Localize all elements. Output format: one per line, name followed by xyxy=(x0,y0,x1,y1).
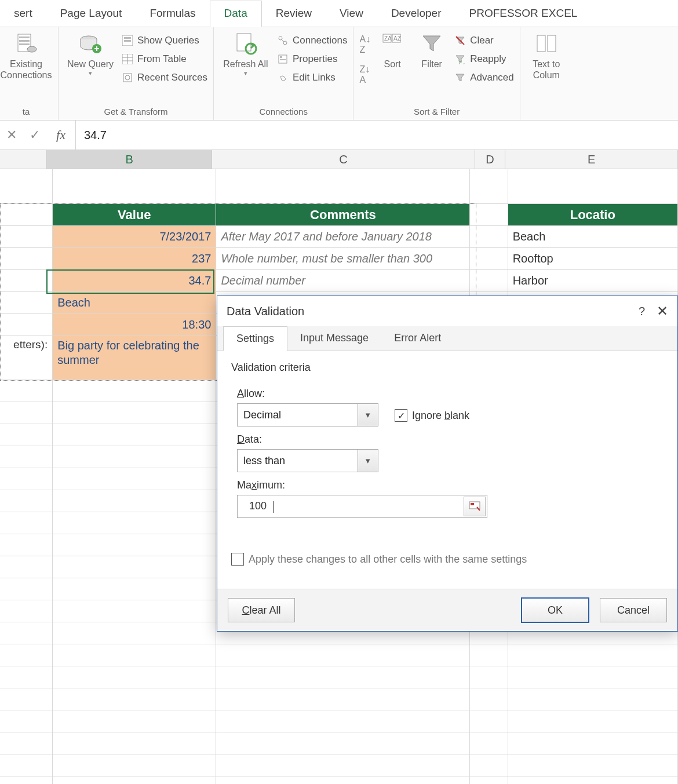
cell[interactable] xyxy=(53,666,216,688)
apply-all-checkbox[interactable] xyxy=(231,553,244,566)
cell[interactable] xyxy=(508,666,678,688)
cell[interactable] xyxy=(0,270,53,292)
cell[interactable] xyxy=(470,248,508,270)
cell[interactable] xyxy=(53,732,216,754)
sort-button[interactable]: ZAAZ Sort xyxy=(375,30,410,70)
cell[interactable] xyxy=(0,248,53,270)
existing-connections-button[interactable]: Existing Connections xyxy=(0,30,52,81)
maximum-input[interactable]: 100 xyxy=(237,495,487,518)
cell[interactable] xyxy=(216,666,470,688)
cell[interactable] xyxy=(216,710,470,732)
cell[interactable] xyxy=(470,644,508,666)
properties-button[interactable]: Properties xyxy=(276,52,348,67)
cell-b-decimal[interactable]: 34.7 xyxy=(53,270,216,292)
cell[interactable] xyxy=(470,666,508,688)
cell[interactable] xyxy=(216,776,470,784)
header-value[interactable]: Value xyxy=(53,204,216,226)
cell[interactable] xyxy=(0,578,53,600)
cell[interactable] xyxy=(53,534,216,556)
cell[interactable] xyxy=(470,204,508,226)
cell[interactable] xyxy=(53,600,216,622)
cell[interactable] xyxy=(53,446,216,468)
cell[interactable] xyxy=(0,204,53,226)
from-table-button[interactable]: From Table xyxy=(121,52,207,67)
cell[interactable] xyxy=(0,600,53,622)
clear-all-button[interactable]: Clear All xyxy=(228,598,295,622)
cell[interactable] xyxy=(470,270,508,292)
cell-b-text[interactable]: Beach xyxy=(53,292,216,314)
cell[interactable] xyxy=(0,490,53,512)
refresh-all-button[interactable]: Refresh All ▾ xyxy=(220,30,272,77)
dialog-close-button[interactable]: ✕ xyxy=(657,303,668,319)
col-header-a[interactable] xyxy=(0,150,47,169)
cell[interactable] xyxy=(53,776,216,784)
cell[interactable] xyxy=(508,688,678,710)
cell[interactable] xyxy=(53,512,216,534)
cell[interactable] xyxy=(53,622,216,644)
cell[interactable] xyxy=(0,512,53,534)
ok-button[interactable]: OK xyxy=(521,597,589,623)
dialog-tab-input-message[interactable]: Input Message xyxy=(287,326,381,351)
cell[interactable] xyxy=(53,556,216,578)
clear-filter-button[interactable]: Clear xyxy=(454,33,514,48)
cell[interactable] xyxy=(470,732,508,754)
cell[interactable] xyxy=(470,226,508,248)
cell[interactable] xyxy=(0,446,53,468)
cell[interactable] xyxy=(53,710,216,732)
cancel-formula-button[interactable]: ✕ xyxy=(0,127,23,143)
cell[interactable] xyxy=(53,644,216,666)
cell[interactable] xyxy=(216,732,470,754)
cancel-button[interactable]: Cancel xyxy=(600,598,667,622)
chevron-down-icon[interactable]: ▾ xyxy=(358,404,378,426)
cell[interactable] xyxy=(53,754,216,776)
dialog-tab-settings[interactable]: Settings xyxy=(223,326,287,351)
cell[interactable] xyxy=(470,776,508,784)
ignore-blank-checkbox[interactable]: ✓ xyxy=(395,409,407,422)
cell[interactable] xyxy=(0,468,53,490)
cell[interactable] xyxy=(53,402,216,424)
cell[interactable] xyxy=(53,578,216,600)
filter-button[interactable]: Filter xyxy=(414,30,449,70)
cell-c-comment[interactable]: Whole number, must be smaller than 300 xyxy=(216,248,470,270)
tab-professor-excel[interactable]: PROFESSOR EXCEL xyxy=(455,1,591,27)
cell-b-int[interactable]: 237 xyxy=(53,248,216,270)
edit-links-button[interactable]: Edit Links xyxy=(276,70,348,85)
tab-review[interactable]: Review xyxy=(262,1,326,27)
cell[interactable] xyxy=(0,644,53,666)
cell[interactable] xyxy=(0,169,53,204)
header-location[interactable]: Locatio xyxy=(508,204,678,226)
chevron-down-icon[interactable]: ▾ xyxy=(358,450,378,472)
cell[interactable] xyxy=(0,402,53,424)
advanced-filter-button[interactable]: Advanced xyxy=(454,70,514,85)
cell-b-longtext[interactable]: Big party for celebrating the summer xyxy=(53,336,216,380)
cell[interactable] xyxy=(0,754,53,776)
cell[interactable] xyxy=(470,754,508,776)
dialog-titlebar[interactable]: Data Validation ? ✕ xyxy=(217,296,677,326)
tab-page-layout[interactable]: Page Layout xyxy=(46,1,136,27)
cell[interactable] xyxy=(0,380,53,402)
dialog-tab-error-alert[interactable]: Error Alert xyxy=(381,326,454,351)
cell[interactable] xyxy=(508,732,678,754)
formula-input[interactable]: 34.7 xyxy=(76,129,678,142)
cell-c-comment[interactable]: Decimal number xyxy=(216,270,470,292)
cell[interactable] xyxy=(0,556,53,578)
col-header-d[interactable]: D xyxy=(475,150,506,169)
cell[interactable] xyxy=(470,688,508,710)
cell[interactable] xyxy=(53,169,216,204)
cell[interactable] xyxy=(0,292,53,314)
cell[interactable] xyxy=(216,754,470,776)
cell[interactable] xyxy=(216,688,470,710)
cell[interactable] xyxy=(470,710,508,732)
cell[interactable] xyxy=(508,644,678,666)
header-comments[interactable]: Comments xyxy=(216,204,470,226)
cell[interactable] xyxy=(0,710,53,732)
new-query-button[interactable]: New Query ▾ xyxy=(64,30,116,77)
cell[interactable] xyxy=(508,169,678,204)
cell[interactable] xyxy=(53,490,216,512)
tab-insert[interactable]: sert xyxy=(0,1,46,27)
cell[interactable] xyxy=(0,534,53,556)
cell[interactable] xyxy=(216,169,470,204)
tab-developer[interactable]: Developer xyxy=(377,1,455,27)
text-to-columns-button[interactable]: Text to Colum xyxy=(526,30,567,81)
cell[interactable] xyxy=(0,688,53,710)
